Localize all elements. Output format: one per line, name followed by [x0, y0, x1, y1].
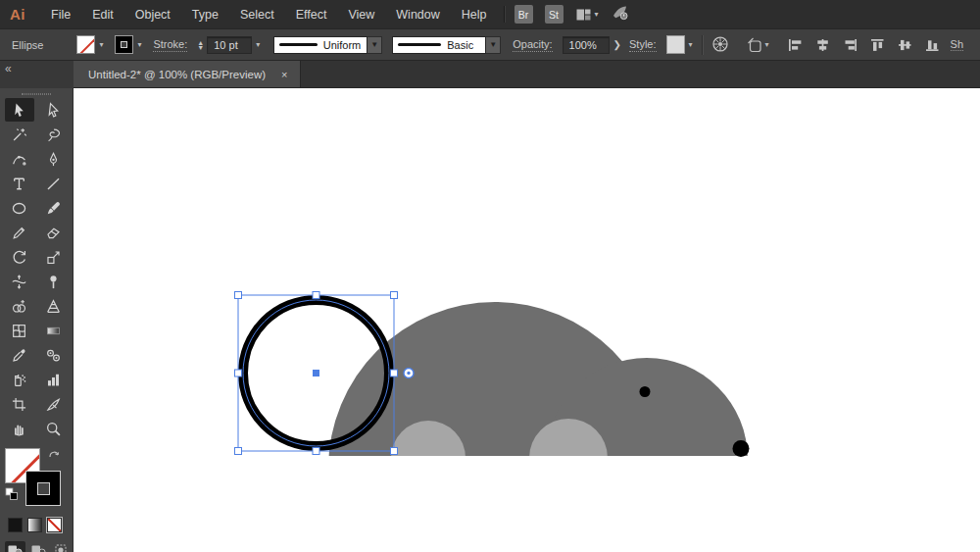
brush-definition-dropdown[interactable]: Basic ▼ — [392, 36, 501, 54]
menu-help[interactable]: Help — [451, 8, 498, 22]
default-fill-stroke-icon[interactable] — [5, 487, 19, 501]
chevron-down-icon[interactable]: ▾ — [256, 40, 260, 49]
eraser-tool[interactable] — [39, 221, 69, 244]
mesh-tool[interactable] — [5, 319, 34, 342]
vertical-align-top-icon[interactable] — [869, 37, 886, 53]
selection-handle[interactable] — [313, 448, 319, 455]
chevron-down-icon[interactable]: ▼ — [368, 36, 382, 54]
apply-gradient-button[interactable] — [27, 518, 42, 532]
shape-properties-button[interactable]: ▾ — [745, 36, 769, 54]
style-label[interactable]: Style: — [629, 38, 657, 52]
horizontal-align-right-icon[interactable] — [842, 37, 858, 53]
gradient-icon — [45, 323, 62, 339]
gpu-performance-icon[interactable] — [611, 4, 630, 25]
ellipse-tool[interactable] — [5, 196, 34, 220]
artboard-tool[interactable] — [5, 392, 34, 416]
chevron-down-icon[interactable]: ▾ — [689, 40, 693, 49]
chevron-down-icon[interactable]: ▼ — [486, 36, 501, 54]
eyedropper-tool[interactable] — [5, 343, 34, 367]
menu-edit[interactable]: Edit — [81, 8, 124, 22]
fill-none-swatch[interactable] — [76, 35, 95, 54]
opacity-more-options[interactable]: ❯ — [613, 39, 621, 50]
document-tab[interactable]: Untitled-2* @ 100% (RGB/Preview) × — [74, 61, 301, 87]
paintbrush-tool[interactable] — [39, 196, 69, 220]
stroke-weight-stepper[interactable]: ▲▼ — [197, 40, 204, 50]
selection-handle[interactable] — [313, 292, 319, 299]
draw-normal-button[interactable] — [5, 541, 25, 552]
close-icon[interactable]: × — [281, 69, 287, 80]
puppet-warp-tool[interactable] — [39, 270, 69, 293]
stroke-proxy-black-swatch[interactable] — [25, 471, 61, 506]
selection-handle[interactable] — [391, 370, 398, 376]
toolbox-grip[interactable] — [22, 93, 51, 95]
opacity-label[interactable]: Opacity: — [513, 38, 552, 52]
draw-behind-icon — [30, 543, 47, 552]
magic-wand-tool[interactable] — [5, 123, 34, 146]
scale-tool[interactable] — [39, 245, 69, 269]
lasso-tool[interactable] — [39, 123, 69, 146]
main-area — [0, 88, 980, 552]
stepper-down-icon: ▼ — [197, 45, 204, 50]
artboard-svg[interactable] — [74, 88, 980, 552]
zoom-tool[interactable] — [39, 417, 69, 440]
selection-tool[interactable] — [5, 98, 34, 122]
workspace-switcher[interactable]: ▾ — [575, 7, 599, 23]
vertical-align-center-icon[interactable] — [897, 37, 913, 53]
column-graph-tool[interactable] — [39, 368, 69, 391]
vertical-align-bottom-icon[interactable] — [924, 37, 941, 53]
selection-handle[interactable] — [235, 292, 242, 299]
menu-object[interactable]: Object — [124, 8, 181, 22]
menu-select[interactable]: Select — [229, 8, 285, 22]
type-tool[interactable] — [5, 172, 34, 195]
menu-type[interactable]: Type — [181, 8, 229, 22]
draw-inside-button[interactable] — [52, 541, 73, 552]
pencil-tool[interactable] — [5, 221, 34, 244]
selection-handle[interactable] — [235, 448, 242, 455]
rotate-tool[interactable] — [5, 245, 34, 269]
blend-tool[interactable] — [39, 343, 69, 367]
selection-handle[interactable] — [391, 448, 398, 455]
swap-fill-stroke-icon[interactable] — [48, 448, 62, 460]
stroke-weight-label[interactable]: Stroke: — [153, 38, 187, 52]
width-tool[interactable] — [5, 270, 34, 293]
elephant-eye-shape[interactable] — [640, 386, 651, 397]
selection-handle[interactable] — [235, 370, 242, 376]
slice-tool[interactable] — [39, 392, 69, 416]
recolor-artwork-button[interactable] — [711, 35, 729, 55]
shape-builder-tool[interactable] — [5, 294, 34, 318]
menu-window[interactable]: Window — [385, 8, 450, 22]
canvas[interactable] — [74, 88, 980, 552]
horizontal-align-left-icon[interactable] — [787, 37, 804, 53]
elephant-nose-shape[interactable] — [733, 440, 750, 457]
toolbox-panel — [0, 88, 74, 552]
line-segment-tool[interactable] — [39, 172, 69, 195]
hand-tool[interactable] — [5, 417, 34, 440]
apply-color-button[interactable] — [8, 518, 23, 532]
truncated-shape-label[interactable]: Sh — [951, 38, 963, 51]
menu-view[interactable]: View — [337, 8, 385, 22]
menu-file[interactable]: File — [40, 8, 81, 22]
selection-handle[interactable] — [391, 292, 398, 299]
bridge-icon[interactable]: Br — [514, 5, 533, 24]
direct-selection-tool[interactable] — [39, 98, 69, 122]
width-profile-dropdown[interactable]: Uniform ▼ — [273, 36, 382, 54]
gradient-tool[interactable] — [39, 319, 69, 342]
menu-effect[interactable]: Effect — [285, 8, 338, 22]
perspective-grid-icon — [45, 298, 62, 315]
horizontal-align-center-icon[interactable] — [814, 37, 831, 53]
stroke-color-control[interactable]: ▾ — [115, 35, 141, 54]
stock-icon[interactable]: St — [545, 5, 564, 24]
symbol-sprayer-tool[interactable] — [5, 368, 34, 391]
perspective-grid-tool[interactable] — [39, 294, 69, 318]
curvature-tool[interactable] — [5, 147, 34, 171]
toolbox-collapse-button[interactable]: « — [0, 61, 74, 88]
draw-behind-button[interactable] — [28, 541, 49, 552]
apply-none-button[interactable] — [47, 518, 62, 532]
selection-center-point[interactable] — [313, 370, 319, 376]
graphic-style-swatch[interactable] — [666, 35, 685, 54]
fill-color-control[interactable]: ▾ — [76, 35, 103, 54]
pen-tool[interactable] — [39, 147, 69, 171]
stroke-weight-value[interactable]: 10 pt — [207, 36, 252, 54]
opacity-value[interactable]: 100% — [563, 36, 610, 54]
stroke-black-swatch[interactable] — [115, 35, 133, 54]
